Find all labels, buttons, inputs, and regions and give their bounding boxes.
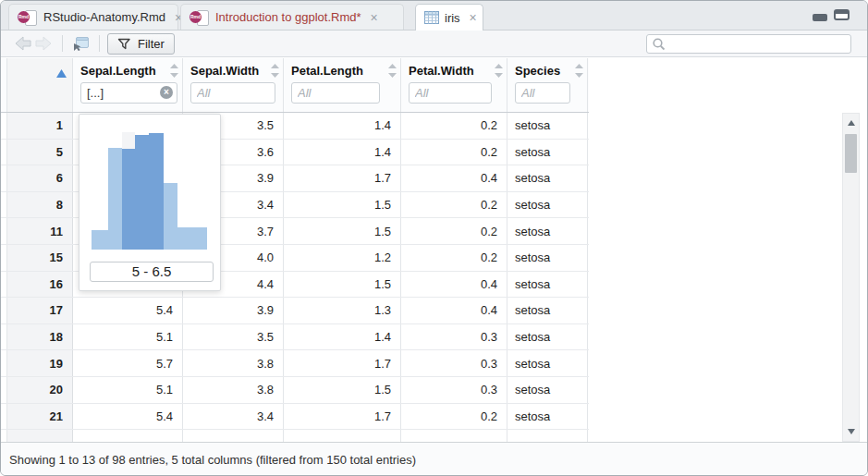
tab-iris[interactable]: iris × bbox=[415, 4, 483, 31]
table-cell: 0.2 bbox=[401, 113, 507, 139]
row-number-cell: 8 bbox=[6, 192, 73, 218]
table-cell: 0.2 bbox=[401, 192, 507, 218]
sort-arrows-icon bbox=[170, 64, 178, 81]
table-cell: setosa bbox=[507, 350, 588, 376]
row-number-cell: 18 bbox=[6, 324, 73, 350]
table-cell: 5.4 bbox=[73, 298, 183, 323]
tab-intro-ggplot[interactable]: Rmd Introduction to ggplot.Rmd* × bbox=[180, 4, 404, 30]
column-header-petal-width[interactable]: Petal.Width bbox=[401, 58, 507, 112]
clear-filter-icon[interactable]: × bbox=[160, 86, 173, 99]
table-cell: 0.3 bbox=[401, 350, 507, 376]
table-cell: 0.4 bbox=[401, 165, 507, 191]
filter-input-sepal-width[interactable] bbox=[190, 82, 275, 104]
tab-rstudio-anatomy[interactable]: Rmd RStudio-Anatomy.Rmd × bbox=[8, 4, 178, 30]
row-number-cell: 17 bbox=[6, 298, 73, 323]
sort-arrows-icon bbox=[271, 64, 279, 81]
row-number-cell: 5 bbox=[6, 140, 73, 165]
scrollbar-thumb[interactable] bbox=[845, 134, 857, 173]
filter-button[interactable]: Filter bbox=[107, 33, 175, 55]
table-cell: 1.4 bbox=[284, 324, 401, 350]
funnel-icon bbox=[117, 38, 131, 50]
toolbar-separator bbox=[62, 35, 63, 52]
table-cell: 1.4 bbox=[284, 140, 401, 165]
row-number-cell: 15 bbox=[6, 245, 73, 271]
minimize-pane-icon[interactable] bbox=[813, 14, 827, 21]
column-header-petal-length[interactable]: Petal.Length bbox=[284, 58, 401, 112]
forward-button[interactable] bbox=[33, 36, 55, 51]
back-button[interactable] bbox=[12, 36, 33, 51]
close-tab-icon[interactable]: × bbox=[371, 11, 378, 24]
status-text: Showing 1 to 13 of 98 entries, 5 total c… bbox=[9, 453, 416, 467]
row-number-cell bbox=[6, 430, 73, 442]
scroll-up-icon[interactable] bbox=[848, 120, 855, 126]
open-in-new-window-button[interactable] bbox=[70, 36, 92, 52]
table-cell: 0.4 bbox=[401, 298, 507, 323]
histogram-bar bbox=[149, 131, 164, 250]
histogram[interactable] bbox=[92, 131, 207, 250]
histogram-bar bbox=[177, 131, 207, 250]
data-viewer-window: Rmd RStudio-Anatomy.Rmd × Rmd Introducti… bbox=[0, 0, 868, 476]
rmd-badge: Rmd bbox=[18, 11, 30, 23]
rmd-badge: Rmd bbox=[189, 11, 202, 23]
table-cell: 1.5 bbox=[284, 192, 401, 218]
rmd-file-icon: Rmd bbox=[189, 9, 210, 26]
sort-ascending-icon bbox=[56, 65, 67, 81]
sort-arrows-icon bbox=[575, 64, 583, 81]
table-cell: 1.5 bbox=[284, 272, 401, 298]
histogram-bar bbox=[135, 131, 149, 250]
filter-input-petal-width[interactable] bbox=[409, 82, 492, 104]
table-cell: setosa bbox=[507, 218, 588, 244]
sort-arrows-icon bbox=[388, 64, 397, 81]
table-cell: 1.3 bbox=[284, 298, 401, 323]
table-cell: 0.4 bbox=[401, 272, 507, 298]
table-cell bbox=[73, 430, 183, 442]
vertical-scrollbar[interactable] bbox=[842, 113, 860, 442]
table-cell: setosa bbox=[507, 377, 588, 403]
filter-input-species[interactable] bbox=[515, 82, 570, 104]
table-cell: 5.1 bbox=[73, 377, 183, 403]
table-cell bbox=[284, 430, 401, 442]
tab-label: iris bbox=[445, 11, 460, 25]
histogram-bar-ghost bbox=[122, 132, 135, 149]
close-tab-icon[interactable]: × bbox=[470, 11, 477, 24]
table-cell: 3.9 bbox=[183, 298, 284, 323]
tab-label: RStudio-Anatomy.Rmd bbox=[43, 10, 165, 24]
table-cell: 5.7 bbox=[73, 350, 183, 376]
table-cell: 1.7 bbox=[284, 404, 401, 430]
search-input[interactable] bbox=[666, 38, 850, 51]
maximize-pane-icon[interactable] bbox=[834, 9, 850, 20]
range-value-box[interactable]: 5 - 6.5 bbox=[90, 262, 214, 282]
table-cell: 5.1 bbox=[73, 324, 183, 350]
rmd-file-icon: Rmd bbox=[18, 9, 38, 26]
filter-input-petal-length[interactable] bbox=[291, 82, 380, 104]
data-grid-icon bbox=[424, 11, 439, 24]
table-cell: 0.3 bbox=[401, 377, 507, 403]
table-row: 215.43.41.70.2setosa bbox=[1, 404, 589, 431]
table-cell: setosa bbox=[507, 192, 588, 218]
column-header-species[interactable]: Species bbox=[507, 58, 588, 112]
table-cell: 1.5 bbox=[284, 218, 401, 244]
table-cell: setosa bbox=[507, 324, 588, 350]
row-number-cell: 21 bbox=[6, 404, 73, 430]
table-cell: 5.4 bbox=[73, 404, 183, 430]
table-cell: 0.3 bbox=[401, 324, 507, 350]
column-header-sepal-width[interactable]: Sepal.Width bbox=[183, 58, 284, 112]
histogram-bar bbox=[164, 131, 177, 250]
table-row: 175.43.91.30.4setosa bbox=[1, 298, 589, 324]
scroll-down-icon[interactable] bbox=[848, 429, 855, 434]
filter-popup: 5 - 6.5 bbox=[79, 114, 221, 291]
filter-button-label: Filter bbox=[138, 37, 165, 51]
table-cell bbox=[401, 430, 507, 442]
table-cell: 0.2 bbox=[401, 404, 507, 430]
row-number-cell: 1 bbox=[6, 113, 73, 139]
row-number-cell: 20 bbox=[6, 377, 73, 403]
histogram-bar bbox=[108, 131, 122, 250]
column-header-sepal-length[interactable]: Sepal.Length × bbox=[73, 58, 183, 112]
histogram-bar bbox=[92, 131, 108, 250]
table-cell: 1.2 bbox=[284, 245, 401, 271]
table-cell: 3.4 bbox=[183, 404, 284, 430]
column-header-rownum[interactable] bbox=[6, 58, 73, 112]
table-cell: 1.4 bbox=[284, 113, 401, 139]
table-cell: 3.8 bbox=[183, 377, 284, 403]
row-number-cell: 6 bbox=[6, 165, 73, 191]
